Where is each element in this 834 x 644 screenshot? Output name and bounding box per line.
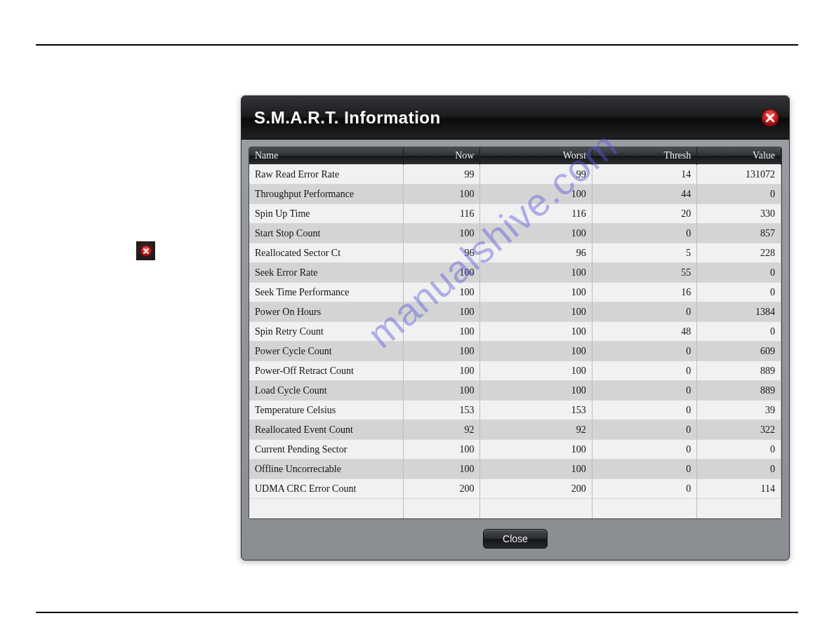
- cell-value: 131072: [697, 165, 781, 185]
- cell-now: 100: [403, 263, 480, 283]
- cell-thresh: 0: [592, 361, 696, 381]
- cell-thresh: 5: [592, 243, 696, 263]
- cell-thresh: 0: [592, 479, 696, 499]
- cell-value: 609: [697, 342, 781, 361]
- cell-now: 100: [403, 302, 480, 322]
- cell-thresh: 0: [592, 302, 696, 322]
- cell-worst: 100: [480, 381, 592, 401]
- cell-now: 153: [403, 401, 480, 420]
- cell-name: Current Pending Sector: [249, 440, 403, 459]
- cell-value: 39: [697, 401, 781, 420]
- cell-now: 200: [403, 479, 480, 499]
- cell-value: 0: [697, 263, 781, 283]
- cell-worst: 100: [480, 185, 592, 204]
- cell-name: Power Cycle Count: [249, 342, 403, 361]
- cell-value: 0: [697, 283, 781, 302]
- table-row: Reallocated Event Count92920322: [249, 420, 781, 440]
- smart-table-container: Name Now Worst Thresh Value Raw Read Err…: [249, 147, 782, 519]
- cell-thresh: 14: [592, 165, 696, 185]
- dialog-button-row: Close: [241, 522, 789, 560]
- table-header-row: Name Now Worst Thresh Value: [249, 147, 781, 165]
- cell-name: Power-Off Retract Count: [249, 361, 403, 381]
- cell-value: 889: [697, 381, 781, 401]
- cell-thresh: 44: [592, 185, 696, 204]
- cell-name: Reallocated Sector Ct: [249, 243, 403, 263]
- cell-now: 100: [403, 440, 480, 459]
- cell-worst: 100: [480, 440, 592, 459]
- table-row: Raw Read Error Rate999914131072: [249, 165, 781, 185]
- cell-name: Load Cycle Count: [249, 381, 403, 401]
- cell-name: Power On Hours: [249, 302, 403, 322]
- cell-name: Spin Up Time: [249, 204, 403, 224]
- table-row: Spin Up Time11611620330: [249, 204, 781, 224]
- cell-name: Throughput Performance: [249, 185, 403, 204]
- cell-name: Seek Time Performance: [249, 283, 403, 302]
- cell-thresh: 0: [592, 401, 696, 420]
- cell-worst: 100: [480, 224, 592, 243]
- smart-table: Name Now Worst Thresh Value Raw Read Err…: [249, 147, 781, 518]
- table-row: Spin Retry Count100100480: [249, 322, 781, 342]
- cell-worst: 99: [480, 165, 592, 185]
- cell-thresh: 55: [592, 263, 696, 283]
- cell-worst: 100: [480, 342, 592, 361]
- cell-now: 96: [403, 243, 480, 263]
- cell-name: Spin Retry Count: [249, 322, 403, 342]
- table-row: Seek Error Rate100100550: [249, 263, 781, 283]
- col-thresh: Thresh: [592, 147, 696, 165]
- cell-name: Reallocated Event Count: [249, 420, 403, 440]
- col-value: Value: [697, 147, 781, 165]
- cell-worst: 96: [480, 243, 592, 263]
- cell-worst: 100: [480, 459, 592, 479]
- table-row: Temperature Celsius153153039: [249, 401, 781, 420]
- dialog-close-button[interactable]: [760, 107, 781, 128]
- cell-now: 116: [403, 204, 480, 224]
- table-row: Power On Hours10010001384: [249, 302, 781, 322]
- cell-thresh: 0: [592, 420, 696, 440]
- cell-thresh: 0: [592, 459, 696, 479]
- table-row: Current Pending Sector10010000: [249, 440, 781, 459]
- cell-now: 100: [403, 361, 480, 381]
- cell-value: 0: [697, 440, 781, 459]
- dialog-title: S.M.A.R.T. Information: [254, 108, 441, 128]
- cell-now: 100: [403, 381, 480, 401]
- table-row: Load Cycle Count1001000889: [249, 381, 781, 401]
- cell-name: Start Stop Count: [249, 224, 403, 243]
- cell-now: 100: [403, 283, 480, 302]
- cell-now: 99: [403, 165, 480, 185]
- col-now: Now: [403, 147, 480, 165]
- cell-now: 92: [403, 420, 480, 440]
- cell-worst: 100: [480, 322, 592, 342]
- cell-worst: 200: [480, 479, 592, 499]
- cell-name: Offline Uncorrectable: [249, 459, 403, 479]
- table-row: Power Cycle Count1001000609: [249, 342, 781, 361]
- table-row: Offline Uncorrectable10010000: [249, 459, 781, 479]
- close-icon-inline: [136, 241, 155, 260]
- cell-worst: 100: [480, 283, 592, 302]
- cell-name: Seek Error Rate: [249, 263, 403, 283]
- smart-info-dialog: S.M.A.R.T. Information Name Now Worst Th…: [241, 95, 790, 561]
- cell-name: UDMA CRC Error Count: [249, 479, 403, 499]
- cell-value: 1384: [697, 302, 781, 322]
- cell-now: 100: [403, 459, 480, 479]
- col-name: Name: [249, 147, 403, 165]
- cell-value: 889: [697, 361, 781, 381]
- table-row: Throughput Performance100100440: [249, 185, 781, 204]
- cell-value: 228: [697, 243, 781, 263]
- page-rule-top: [36, 44, 798, 46]
- cell-now: 100: [403, 224, 480, 243]
- close-button[interactable]: Close: [483, 529, 548, 549]
- page-rule-bottom: [36, 612, 798, 613]
- cell-value: 0: [697, 185, 781, 204]
- cell-thresh: 0: [592, 381, 696, 401]
- cell-worst: 100: [480, 263, 592, 283]
- cell-thresh: 48: [592, 322, 696, 342]
- table-row: Power-Off Retract Count1001000889: [249, 361, 781, 381]
- table-row-blank: [249, 499, 781, 518]
- table-row: Start Stop Count1001000857: [249, 224, 781, 243]
- cell-now: 100: [403, 342, 480, 361]
- cell-thresh: 20: [592, 204, 696, 224]
- cell-thresh: 0: [592, 440, 696, 459]
- cell-worst: 153: [480, 401, 592, 420]
- col-worst: Worst: [480, 147, 592, 165]
- cell-value: 114: [697, 479, 781, 499]
